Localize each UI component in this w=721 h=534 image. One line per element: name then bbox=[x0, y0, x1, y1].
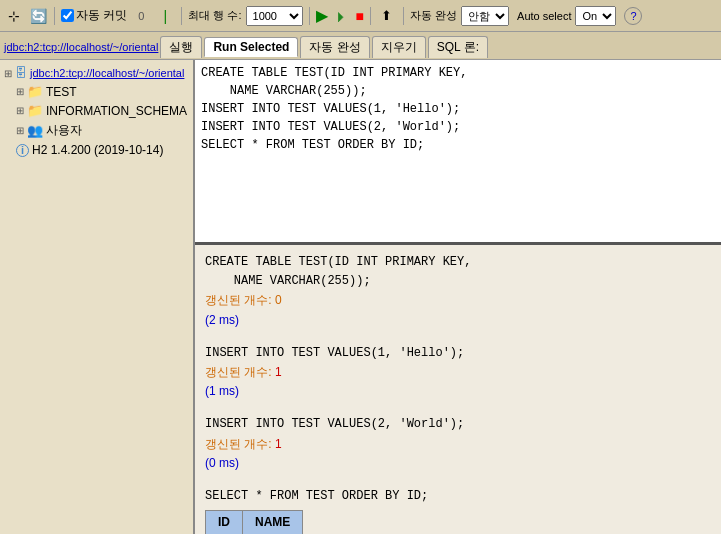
refresh-icon[interactable]: 🔄 bbox=[28, 6, 48, 26]
main-layout: ⊞ 🗄 jdbc:h2:tcp://localhost/~/oriental ⊞… bbox=[0, 60, 721, 534]
sidebar-connection-label[interactable]: jdbc:h2:tcp://localhost/~/oriental bbox=[30, 67, 184, 79]
sidebar-item-version: i H2 1.4.200 (2019-10-14) bbox=[2, 141, 191, 159]
results-area: CREATE TABLE TEST(ID INT PRIMARY KEY, NA… bbox=[195, 245, 721, 534]
autocommit-checkbox[interactable] bbox=[61, 9, 74, 22]
main-toolbar: ⊹ 🔄 자동 커밋 0 | 최대 행 수: 1000 100 500 10000… bbox=[0, 0, 721, 32]
folder-test-icon: 📁 bbox=[27, 84, 43, 99]
run-alt-icon[interactable]: ⏵ bbox=[332, 6, 352, 26]
sidebar-item-test[interactable]: ⊞ 📁 TEST bbox=[2, 82, 191, 101]
col-header-name: NAME bbox=[243, 511, 303, 534]
tab-bar: jdbc:h2:tcp://localhost/~/oriental 실행 Ru… bbox=[0, 32, 721, 60]
result-time-3: (0 ms) bbox=[205, 454, 711, 473]
sidebar-version-label: H2 1.4.200 (2019-10-14) bbox=[32, 143, 163, 157]
sql-line-1: CREATE TABLE TEST(ID INT PRIMARY KEY, bbox=[201, 66, 467, 80]
autoselect-label: Auto select bbox=[517, 10, 571, 22]
result-block-1: CREATE TABLE TEST(ID INT PRIMARY KEY, NA… bbox=[205, 253, 711, 330]
sidebar-users-label: 사용자 bbox=[46, 122, 82, 139]
sql-editor[interactable]: CREATE TABLE TEST(ID INT PRIMARY KEY, NA… bbox=[195, 60, 721, 245]
autocompletion-label: 자동 완성 bbox=[410, 8, 457, 23]
sidebar-test-label: TEST bbox=[46, 85, 77, 99]
sql-line-4: INSERT INTO TEST VALUES(2, 'World'); bbox=[201, 120, 460, 134]
db-icon: 🗄 bbox=[15, 66, 27, 80]
result-sql-4: SELECT * FROM TEST ORDER BY ID; bbox=[205, 487, 711, 506]
sidebar-schema-label: INFORMATION_SCHEMA bbox=[46, 104, 187, 118]
tab-run[interactable]: 실행 bbox=[160, 36, 202, 58]
sql-line-5: SELECT * FROM TEST ORDER BY ID; bbox=[201, 138, 424, 152]
separator-3 bbox=[309, 7, 310, 25]
run-icon[interactable]: ▶ bbox=[316, 6, 328, 25]
commit-icon[interactable]: | bbox=[155, 6, 175, 26]
version-info-icon: i bbox=[16, 144, 29, 157]
sidebar-connection[interactable]: ⊞ 🗄 jdbc:h2:tcp://localhost/~/oriental bbox=[2, 64, 191, 82]
sql-line-2: NAME VARCHAR(255)); bbox=[201, 84, 367, 98]
expand-test-icon: ⊞ bbox=[16, 86, 24, 97]
autocommit-label: 자동 커밋 bbox=[76, 7, 127, 24]
sql-line-3: INSERT INTO TEST VALUES(1, 'Hello'); bbox=[201, 102, 460, 116]
separator-2 bbox=[181, 7, 182, 25]
autocommit-group[interactable]: 자동 커밋 bbox=[61, 7, 127, 24]
autocompletion-select[interactable]: 안함 자동 bbox=[461, 6, 509, 26]
cursor-icon[interactable]: ⊹ bbox=[4, 6, 24, 26]
result-sql-1: CREATE TABLE TEST(ID INT PRIMARY KEY, NA… bbox=[205, 253, 711, 291]
autoselect-select[interactable]: On Off bbox=[575, 6, 616, 26]
sidebar-item-users[interactable]: ⊞ 👥 사용자 bbox=[2, 120, 191, 141]
sql-editor-content[interactable]: CREATE TABLE TEST(ID INT PRIMARY KEY, NA… bbox=[201, 64, 715, 154]
sidebar: ⊞ 🗄 jdbc:h2:tcp://localhost/~/oriental ⊞… bbox=[0, 60, 195, 534]
user-group-icon: 👥 bbox=[27, 123, 43, 138]
result-stat-2: 갱신된 개수: 1 bbox=[205, 363, 711, 382]
col-header-id: ID bbox=[206, 511, 243, 534]
tab-clear[interactable]: 지우기 bbox=[372, 36, 426, 58]
help-button[interactable]: ? bbox=[624, 7, 642, 25]
max-rows-label: 최대 행 수: bbox=[188, 8, 241, 23]
separator-5 bbox=[403, 7, 404, 25]
expand-users-icon: ⊞ bbox=[16, 125, 24, 136]
separator-4 bbox=[370, 7, 371, 25]
result-table: ID NAME 1 Hello 2 World bbox=[205, 510, 303, 534]
result-sql-3: INSERT INTO TEST VALUES(2, 'World'); bbox=[205, 415, 711, 434]
result-time-2: (1 ms) bbox=[205, 382, 711, 401]
autocommit-count: 0 bbox=[131, 6, 151, 26]
result-stat-3: 갱신된 개수: 1 bbox=[205, 435, 711, 454]
max-rows-select[interactable]: 1000 100 500 10000 bbox=[246, 6, 303, 26]
result-block-2: INSERT INTO TEST VALUES(1, 'Hello'); 갱신된… bbox=[205, 344, 711, 402]
tab-autocompletion[interactable]: 자동 완성 bbox=[300, 36, 369, 58]
connection-label[interactable]: jdbc:h2:tcp://localhost/~/oriental bbox=[4, 41, 158, 53]
export-icon[interactable]: ⬆ bbox=[377, 6, 397, 26]
tab-sql-log[interactable]: SQL 론: bbox=[428, 36, 488, 58]
content-area: CREATE TABLE TEST(ID INT PRIMARY KEY, NA… bbox=[195, 60, 721, 534]
expand-connection-icon: ⊞ bbox=[4, 68, 12, 79]
result-block-3: INSERT INTO TEST VALUES(2, 'World'); 갱신된… bbox=[205, 415, 711, 473]
separator-1 bbox=[54, 7, 55, 25]
result-time-1: (2 ms) bbox=[205, 311, 711, 330]
stop-icon[interactable]: ■ bbox=[356, 8, 364, 24]
result-sql-2: INSERT INTO TEST VALUES(1, 'Hello'); bbox=[205, 344, 711, 363]
expand-schema-icon: ⊞ bbox=[16, 105, 24, 116]
folder-schema-icon: 📁 bbox=[27, 103, 43, 118]
result-stat-1: 갱신된 개수: 0 bbox=[205, 291, 711, 310]
tab-run-selected[interactable]: Run Selected bbox=[204, 37, 298, 57]
result-block-4: SELECT * FROM TEST ORDER BY ID; ID NAME … bbox=[205, 487, 711, 534]
sidebar-item-info-schema[interactable]: ⊞ 📁 INFORMATION_SCHEMA bbox=[2, 101, 191, 120]
